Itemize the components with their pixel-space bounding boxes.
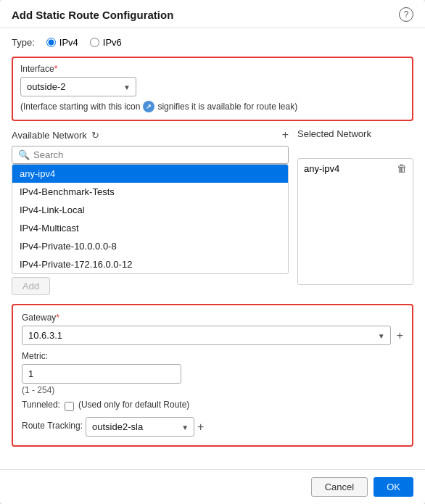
help-icon[interactable]: ? (399, 7, 413, 22)
tunneled-row: Tunneled: (Used only for default Route) (22, 400, 403, 413)
metric-hint: (1 - 254) (22, 385, 403, 395)
gateway-section: Gateway* 10.6.3.1 10.6.3.2 ▼ + Metric: (… (12, 304, 413, 447)
route-leak-icon: ↗ (143, 101, 154, 112)
interface-select-wrapper: outside-2 outside-1 inside ▼ (20, 77, 136, 96)
network-list: any-ipv4 IPv4-Benchmark-Tests IPv4-Link-… (12, 165, 288, 273)
ipv4-label: IPv4 (59, 37, 78, 48)
tunneled-hint: (Used only for default Route) (78, 400, 189, 410)
metric-label: Metric: (22, 351, 403, 361)
tunneled-checkbox[interactable] (65, 402, 74, 411)
selected-item-row: any-ipv4 🗑 (298, 159, 413, 178)
interface-select[interactable]: outside-2 outside-1 inside (20, 77, 136, 96)
selected-item-label: any-ipv4 (304, 163, 339, 174)
gateway-label: Gateway* (22, 313, 403, 323)
ipv6-radio[interactable] (90, 38, 99, 47)
list-item[interactable]: IPv4-Benchmark-Tests (12, 183, 288, 201)
interface-required: * (54, 64, 58, 74)
tunneled-label: Tunneled: (22, 400, 60, 410)
list-item[interactable]: IPv4-Private-10.0.0.0-8 (12, 237, 288, 255)
selected-network-title: Selected Network (297, 128, 371, 139)
refresh-icon[interactable]: ↻ (91, 130, 99, 141)
available-network-title: Available Network ↻ (12, 130, 99, 141)
list-item[interactable]: IPv4-Multicast (12, 219, 288, 237)
ipv6-option[interactable]: IPv6 (90, 37, 122, 48)
radio-group: IPv4 IPv6 (46, 37, 122, 48)
selected-network-list: any-ipv4 🗑 (297, 158, 413, 285)
route-tracking-add-icon[interactable]: + (197, 421, 204, 434)
search-icon: 🔍 (18, 149, 30, 160)
add-button[interactable]: Add (12, 277, 50, 295)
gateway-select-wrapper: 10.6.3.1 10.6.3.2 ▼ (22, 326, 391, 345)
interface-section: Interface* outside-2 outside-1 inside ▼ … (12, 57, 413, 121)
interface-label: Interface* (20, 64, 405, 74)
list-item[interactable]: IPv4-Private-172.16.0.0-12 (12, 255, 288, 273)
ipv4-radio[interactable] (46, 38, 56, 47)
network-section: Available Network ↻ + 🔍 any-ipv4 IPv4-Be… (12, 128, 413, 295)
available-network-panel: Available Network ↻ + 🔍 any-ipv4 IPv4-Be… (12, 128, 289, 295)
cancel-button[interactable]: Cancel (311, 477, 368, 497)
route-tracking-select[interactable]: outside2-sla outside1-sla none (86, 417, 194, 437)
dialog-header: Add Static Route Configuration ? (0, 0, 425, 28)
search-box: 🔍 (12, 146, 289, 164)
gateway-row: 10.6.3.1 10.6.3.2 ▼ + (22, 326, 403, 345)
dialog-footer: Cancel OK (0, 469, 425, 504)
metric-input[interactable] (22, 364, 181, 384)
ok-button[interactable]: OK (374, 477, 413, 497)
type-row: Type: IPv4 IPv6 (12, 37, 413, 48)
dialog-title: Add Static Route Configuration (12, 9, 173, 21)
route-tracking-label: Route Tracking: (22, 421, 83, 431)
gateway-required: * (56, 313, 59, 323)
route-tracking-select-wrapper: outside2-sla outside1-sla none ▼ (86, 417, 194, 437)
available-network-header: Available Network ↻ + (12, 128, 289, 141)
ipv6-label: IPv6 (103, 37, 122, 48)
metric-row: Metric: (1 - 254) (22, 351, 403, 395)
list-item[interactable]: IPv4-Link-Local (12, 201, 288, 219)
list-item[interactable]: any-ipv4 (12, 165, 288, 183)
selected-network-panel: Selected Network any-ipv4 🗑 (297, 128, 413, 295)
gateway-add-icon[interactable]: + (397, 329, 403, 342)
available-network-add-icon[interactable]: + (282, 128, 289, 141)
dialog: Add Static Route Configuration ? Type: I… (0, 0, 425, 504)
selected-network-header: Selected Network (297, 128, 413, 139)
gateway-select[interactable]: 10.6.3.1 10.6.3.2 (22, 326, 391, 345)
type-label: Type: (12, 37, 35, 48)
search-input[interactable] (33, 149, 282, 160)
interface-hint: (Interface starting with this icon ↗ sig… (20, 101, 405, 112)
dialog-body: Type: IPv4 IPv6 Interface* outside-2 (0, 28, 425, 469)
ipv4-option[interactable]: IPv4 (46, 37, 78, 48)
delete-selected-icon[interactable]: 🗑 (397, 162, 407, 174)
network-list-container: any-ipv4 IPv4-Benchmark-Tests IPv4-Link-… (12, 164, 289, 274)
route-tracking-row: Route Tracking: outside2-sla outside1-sl… (22, 417, 403, 437)
